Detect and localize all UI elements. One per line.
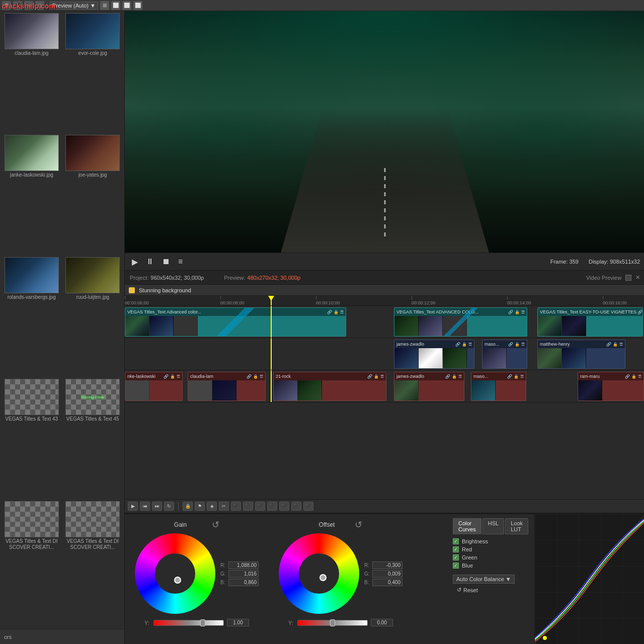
tl-btn-edit[interactable]: ✂ (219, 502, 229, 511)
offset-y-slider[interactable] (297, 620, 368, 626)
tl-btn-slip[interactable]: ⬛ (255, 502, 265, 511)
grid-icon[interactable]: ⊞ (100, 1, 109, 10)
tl-btn-flag[interactable]: ⚑ (195, 502, 205, 511)
timeline-clip[interactable]: claudia-lam 🔗 🔒 ☰ (188, 372, 266, 401)
timeline-clip[interactable]: james-zwadlo 🔗 🔒 ☰ (394, 340, 474, 369)
tab-hsl[interactable]: HSL (482, 518, 504, 534)
list-item[interactable]: Racing Glow VEGAS Titles & Text 45 (63, 379, 123, 499)
timeline-clip[interactable]: james-zwadlo 🔗 🔒 ☰ (394, 372, 464, 401)
media-thumb[interactable] (65, 501, 120, 537)
offset-wheel[interactable] (279, 533, 359, 614)
playhead[interactable] (271, 370, 272, 402)
r-label: R: (364, 562, 370, 568)
brightness-checkbox[interactable]: ✓ (453, 538, 459, 544)
offset-wheel-container[interactable] (279, 533, 359, 614)
tl-btn-snap[interactable]: ⬛ (279, 502, 289, 511)
tl-btn-group[interactable]: ⬛ (267, 502, 277, 511)
timeline-clip[interactable]: VEGAS Titles_Text Advanced color... 🔗 🔒 … (125, 307, 346, 337)
stop-button[interactable]: ⏹ (160, 256, 172, 267)
gain-y-handle[interactable] (200, 619, 205, 626)
timeline-clip[interactable]: ram-maru 🔗 🔒 ☰ (578, 372, 644, 401)
offset-y-handle[interactable] (330, 619, 335, 626)
gain-reset-button[interactable]: ↺ (212, 519, 219, 530)
media-thumb[interactable] (5, 13, 59, 49)
tl-btn-mark[interactable]: ◈ (207, 502, 217, 511)
playhead[interactable] (271, 338, 272, 370)
tl-btn-ripple[interactable]: ⬛ (243, 502, 253, 511)
auto-color-dropdown[interactable]: Auto Color Balance ▼ (453, 575, 515, 584)
media-thumb[interactable] (65, 257, 120, 293)
offset-b-input[interactable] (372, 579, 403, 586)
menu-button[interactable]: ≡ (176, 256, 185, 267)
tool5-icon[interactable]: ⬜ (111, 1, 120, 10)
timeline-clip[interactable]: maso... 🔗 🔒 ☰ (471, 372, 526, 401)
list-item[interactable]: rolands-varsbergs.jpg (2, 257, 61, 377)
offset-reset-button[interactable]: ↺ (355, 519, 362, 530)
reset-button[interactable]: ↺ Reset (453, 586, 528, 594)
media-filename: ruud-luijten.jpg (76, 294, 109, 300)
gain-b-input[interactable] (228, 579, 259, 586)
preview-res-info: Preview: 480x270x32; 30,000p (224, 275, 300, 281)
tl-btn-ff[interactable]: ⏭ (152, 502, 162, 511)
offset-wheel-dot[interactable] (319, 574, 327, 581)
offset-r-input[interactable] (372, 561, 403, 569)
gain-wheel[interactable] (135, 533, 215, 614)
gain-y-value[interactable] (227, 619, 249, 626)
clip-mini-thumb (394, 380, 419, 400)
tl-btn-lock[interactable]: 🔒 (183, 502, 193, 511)
timeline-clip[interactable]: matthew-henry 🔗 🔒 ☰ (537, 340, 625, 369)
clip-icon-menu: ☰ (458, 374, 462, 379)
list-item[interactable]: evor-cole.jpg (63, 13, 123, 133)
timeline-clip[interactable]: VEGAS Titles_Text ADVANCED COLO... 🔗 🔒 ☰ (394, 307, 527, 337)
blue-checkbox[interactable]: ✓ (453, 562, 459, 569)
list-item[interactable]: VEGAS Titles & Text DISCOVER CREATI... (2, 501, 61, 627)
red-checkbox[interactable]: ✓ (453, 546, 459, 552)
media-thumb[interactable] (5, 379, 59, 415)
tl-btn-loop[interactable]: ↻ (164, 502, 174, 511)
media-filename: evor-cole.jpg (78, 50, 107, 56)
media-thumb[interactable] (5, 135, 59, 171)
tab-color-curves[interactable]: Color Curves (453, 518, 481, 534)
timeline-clip[interactable]: VEGAS Titles_Text EASY-TO-USE VIGNETTES … (537, 307, 643, 337)
video-preview-close[interactable]: ✕ (635, 274, 640, 281)
tl-btn-rewind[interactable]: ⏮ (140, 502, 150, 511)
play-button[interactable]: ▶ (130, 256, 140, 268)
media-thumb[interactable] (65, 13, 120, 49)
list-item[interactable]: VEGAS Titles & Text 43 (2, 379, 61, 499)
tl-btn-razor[interactable]: ⬛ (231, 502, 241, 511)
gain-y-slider[interactable] (153, 620, 224, 626)
tab-look-lut-label: Look LUT (511, 520, 523, 532)
media-thumb[interactable] (65, 135, 120, 171)
gain-wheel-container[interactable] (135, 533, 215, 614)
media-thumb[interactable] (5, 501, 59, 537)
green-checkbox[interactable]: ✓ (453, 554, 459, 560)
tab-look-lut[interactable]: Look LUT (505, 518, 528, 534)
preview-dropdown[interactable]: Preview (Auto) ▼ (50, 2, 98, 10)
timeline-clip[interactable]: 21-rock 🔗 🔒 ☰ (273, 372, 386, 401)
video-preview-checkbox[interactable] (625, 275, 631, 281)
tool6-icon[interactable]: ⬜ (122, 1, 131, 10)
media-filename: VEGAS Titles & Text 45 (66, 416, 119, 422)
tool7-icon[interactable]: ⬜ (133, 1, 142, 10)
curves-svg[interactable] (535, 514, 644, 644)
timeline-clip[interactable]: maso... 🔗 🔒 ☰ (482, 340, 527, 369)
list-item[interactable]: joe-yates.jpg (63, 135, 123, 255)
tl-btn-ripple2[interactable]: ⬛ (291, 502, 301, 511)
pause-button[interactable]: ⏸ (144, 256, 156, 267)
list-item[interactable]: ruud-luijten.jpg (63, 257, 123, 377)
gain-r-input[interactable] (228, 561, 259, 569)
media-thumb[interactable] (5, 257, 59, 293)
gain-g-input[interactable] (228, 570, 259, 578)
list-item[interactable]: janke-laskowski.jpg (2, 135, 61, 255)
timeline-track-2: james-zwadlo 🔗 🔒 ☰ (125, 338, 644, 370)
tl-btn-play[interactable]: ▶ (128, 502, 138, 511)
list-item[interactable]: claudia-lam.jpg (2, 13, 61, 133)
offset-g-input[interactable] (372, 570, 403, 578)
tl-btn-sync[interactable]: ⬛ (303, 502, 313, 511)
gain-wheel-dot[interactable] (174, 577, 181, 584)
offset-y-value[interactable] (371, 619, 393, 626)
media-thumb[interactable]: Racing Glow (65, 379, 120, 415)
playhead[interactable] (271, 306, 272, 338)
list-item[interactable]: VEGAS Titles & Text DISCOVER CREATI... (63, 501, 123, 627)
timeline-clip[interactable]: nke-laskowski 🔗 🔒 ☰ (125, 372, 183, 401)
